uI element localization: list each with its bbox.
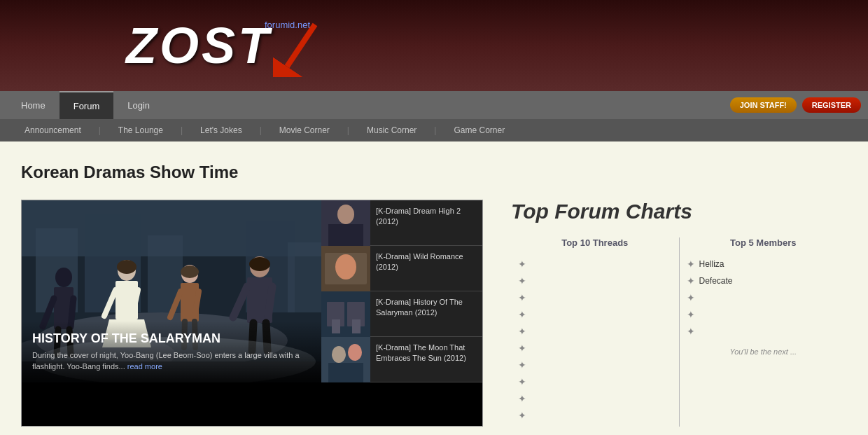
showcase-main-desc: During the cover of night, Yoo-Bang (Lee… [32,350,312,372]
thread-item-4: ✦ [518,309,672,320]
subnav-announcement[interactable]: Announcement [7,119,99,141]
showcase-overlay: HISTORY OF THE SALARYMAN During the cove… [22,321,323,382]
side-item-4[interactable]: [K-Drama] The Moon That Embraces The Sun… [321,337,482,382]
svg-rect-42 [328,224,363,246]
side-title-3: [K-Drama] History Of The Salaryman (2012… [376,297,477,319]
showcase-main-title: HISTORY OF THE SALARYMAN [32,331,312,346]
svg-rect-49 [332,319,340,333]
subnav-music[interactable]: Music Corner [349,119,434,141]
svg-point-12 [55,268,72,287]
member-item-1: ✦ Helliza [687,258,841,270]
subnav-movie[interactable]: Movie Corner [262,119,347,141]
forum-charts: Top Forum Charts Top 10 Threads ✦ ✦ ✦ [511,200,847,427]
nav-home[interactable]: Home [7,91,59,119]
svg-point-45 [335,254,356,279]
svg-rect-50 [352,319,360,333]
arrow-decoration [273,21,329,80]
thumb-2 [321,246,370,291]
top-members-label: Top 5 Members [687,237,841,248]
page-title: Korean Dramas Show Time [21,163,847,182]
side-item-1[interactable]: [K-Drama] Dream High 2 (2012) [321,200,482,246]
thread-item-5: ✦ [518,326,672,337]
member-item-4: ✦ [687,309,841,320]
subnav-game[interactable]: Game Corner [436,119,522,141]
thread-item-10: ✦ [518,410,672,421]
side-info-4: [K-Drama] The Moon That Embraces The Sun… [370,337,482,382]
svg-rect-8 [288,242,323,312]
nav-links: Home Forum Login [7,91,164,119]
side-info-3: [K-Drama] History Of The Salaryman (2012… [370,291,482,336]
side-item-3[interactable]: [K-Drama] History Of The Salaryman (2012… [321,291,482,337]
subnav-lounge[interactable]: The Lounge [101,119,181,141]
thread-item-8: ✦ [518,376,672,387]
sub-nav: Announcement | The Lounge | Let's Jokes … [0,119,868,141]
thread-item-6: ✦ [518,343,672,354]
svg-point-53 [348,344,362,361]
nav-login[interactable]: Login [113,91,164,119]
member-name-1: Helliza [699,259,724,269]
logo: ZOST [126,17,272,74]
member-name-2: Defecate [699,276,733,286]
thumb-4 [321,337,370,382]
drama-showcase: HISTORY OF THE SALARYMAN During the cove… [21,200,483,427]
member-item-2: ✦ Defecate [687,275,841,286]
header: ZOST forumid.net [0,0,868,91]
content-area: HISTORY OF THE SALARYMAN During the cove… [21,200,847,427]
thread-item-7: ✦ [518,359,672,371]
top-members-col: Top 5 Members ✦ Helliza ✦ Defecate ✦ ✦ [680,237,848,427]
thread-item-9: ✦ [518,393,672,404]
nav-bar: Home Forum Login JOIN STAFF! REGISTER [0,91,868,119]
register-button[interactable]: REGISTER [802,97,861,113]
join-staff-button[interactable]: JOIN STAFF! [730,97,797,113]
member-item-3: ✦ [687,292,841,303]
read-more-link[interactable]: read more [127,362,162,371]
charts-title: Top Forum Charts [511,200,847,223]
thumb-3 [321,291,370,337]
svg-point-20 [117,260,136,274]
svg-line-1 [287,25,315,67]
nav-forum[interactable]: Forum [59,91,114,119]
subnav-jokes[interactable]: Let's Jokes [183,119,260,141]
side-info-2: [K-Drama] Wild Romance (2012) [370,246,482,291]
thread-item-2: ✦ [518,275,672,286]
chart-next-label: You'll be the next ... [687,347,841,356]
showcase-bg: HISTORY OF THE SALARYMAN During the cove… [22,200,323,382]
top-threads-label: Top 10 Threads [518,237,672,248]
svg-point-33 [249,257,270,271]
side-title-2: [K-Drama] Wild Romance (2012) [376,251,477,273]
svg-point-41 [337,205,354,224]
main-content: Korean Dramas Show Time [0,141,868,435]
side-title-4: [K-Drama] The Moon That Embraces The Sun… [376,343,477,364]
side-item-2[interactable]: [K-Drama] Wild Romance (2012) [321,246,482,291]
showcase-main: HISTORY OF THE SALARYMAN During the cove… [22,200,482,382]
svg-point-52 [332,346,346,363]
showcase-side-list: [K-Drama] Dream High 2 (2012) [ [321,200,482,382]
svg-rect-54 [328,363,363,382]
charts-columns: Top 10 Threads ✦ ✦ ✦ ✦ [511,237,847,427]
side-info-1: [K-Drama] Dream High 2 (2012) [370,200,482,245]
svg-line-36 [268,286,272,317]
nav-right-buttons: JOIN STAFF! REGISTER [730,97,861,113]
side-title-1: [K-Drama] Dream High 2 (2012) [376,206,477,228]
member-item-5: ✦ [687,326,841,337]
top-threads-col: Top 10 Threads ✦ ✦ ✦ ✦ [511,237,680,427]
thumb-1 [321,200,370,246]
svg-point-26 [181,265,199,278]
thread-item-1: ✦ [518,258,672,270]
thread-item-3: ✦ [518,292,672,303]
